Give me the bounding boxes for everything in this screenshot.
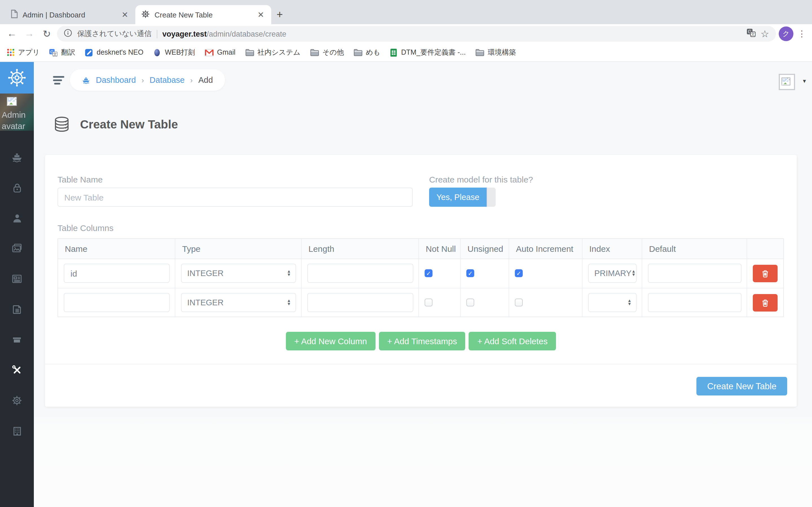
breadcrumb-dashboard[interactable]: Dashboard	[96, 75, 136, 84]
lock-icon	[11, 182, 23, 193]
back-icon[interactable]: ←	[4, 26, 19, 41]
gear-icon	[11, 394, 23, 407]
bookmark-apps[interactable]: アプリ	[7, 48, 40, 57]
forward-icon[interactable]: →	[22, 26, 37, 41]
desknet-icon	[85, 48, 93, 57]
svg-text:文: 文	[53, 52, 57, 56]
unsigned-checkbox[interactable]	[466, 298, 474, 306]
column-type-select[interactable]: INTEGER▲▼	[181, 264, 296, 283]
page-header: Create New Table	[52, 116, 178, 132]
table-actions: + Add New Column + Add Timestamps + Add …	[45, 332, 797, 350]
bookmark-gmail[interactable]: Gmail	[205, 48, 236, 56]
column-default-input[interactable]	[648, 264, 742, 283]
security-status-label: 保護されていない通信	[77, 29, 152, 39]
sphere-icon	[153, 48, 161, 57]
browser-tab-dashboard[interactable]: Admin | Dashboard ✕	[4, 5, 135, 24]
reload-icon[interactable]: ↻	[40, 26, 54, 41]
svg-text:文: 文	[751, 32, 755, 36]
add-timestamps-button[interactable]: + Add Timestamps	[378, 332, 465, 350]
sidebar-item-media[interactable]	[0, 233, 34, 264]
toggle-on-label: Yes, Please	[429, 187, 487, 207]
header-type: Type	[175, 239, 302, 259]
create-new-table-button[interactable]: Create New Table	[696, 377, 787, 395]
boat-icon	[82, 76, 90, 84]
delete-row-button[interactable]	[753, 294, 777, 312]
dropdown-caret-icon[interactable]: ▼	[802, 78, 807, 84]
column-type-select[interactable]: INTEGER▲▼	[181, 293, 296, 312]
breadcrumb-database[interactable]: Database	[150, 75, 185, 84]
voyager-logo[interactable]	[0, 62, 34, 94]
browser-tab-create-table[interactable]: Create New Table ✕	[135, 5, 271, 24]
header-unsigned: Unsigned	[461, 239, 509, 259]
broken-image-icon	[781, 77, 792, 87]
create-model-toggle[interactable]: Yes, Please	[429, 187, 496, 207]
browser-menu-icon[interactable]: ⋮	[796, 29, 808, 39]
chevron-right-icon: ›	[142, 76, 144, 84]
column-length-input[interactable]	[307, 264, 413, 283]
delete-row-button[interactable]	[753, 265, 777, 282]
avatar-alt-text: Admin avatar	[2, 109, 33, 132]
bookmark-star-icon[interactable]: ☆	[761, 28, 769, 40]
voyager-sidebar: Admin avatar	[0, 62, 34, 507]
bookmark-folder-other[interactable]: その他	[310, 48, 344, 57]
bookmark-folder-memo[interactable]: めも	[354, 48, 380, 57]
create-table-panel: Table Name Create model for this table? …	[45, 155, 797, 407]
table-name-input[interactable]	[57, 187, 413, 207]
sidebar-item-posts[interactable]	[0, 264, 34, 294]
breadcrumb-current: Add	[198, 75, 213, 84]
sidebar-item-users[interactable]	[0, 203, 34, 233]
browser-profile-avatar[interactable]: ク	[779, 26, 794, 41]
drawer-icon	[11, 334, 23, 346]
column-row-new: INTEGER▲▼ ▲▼	[58, 288, 783, 317]
column-name-input[interactable]	[64, 293, 170, 312]
main-content: Dashboard › Database › Add ▼ Create New …	[34, 62, 812, 507]
column-length-input[interactable]	[307, 293, 413, 312]
sidebar-item-dashboard[interactable]	[0, 142, 34, 172]
column-row-id: INTEGER▲▼ PRIMARY▲▼	[58, 259, 783, 288]
tab-title: Admin | Dashboard	[22, 10, 116, 19]
bookmark-translate[interactable]: G文 翻訳	[49, 48, 75, 57]
info-icon[interactable]	[64, 29, 72, 39]
header-default: Default	[642, 239, 747, 259]
auto-increment-checkbox[interactable]	[515, 298, 523, 306]
user-avatar-box[interactable]	[779, 74, 795, 90]
create-model-label: Create model for this table?	[429, 175, 533, 184]
bookmark-dtm-sheet[interactable]: DTM_要件定義書 -...	[390, 48, 466, 57]
not-null-checkbox[interactable]	[424, 298, 433, 306]
toggle-knob	[487, 187, 496, 207]
tab-close-icon[interactable]: ✕	[256, 10, 266, 19]
table-columns-label: Table Columns	[57, 223, 113, 233]
sidebar-item-pages[interactable]	[0, 294, 34, 325]
sidebar-item-tools-active[interactable]	[0, 355, 34, 385]
unsigned-checkbox[interactable]	[466, 269, 474, 277]
divider	[157, 30, 157, 38]
column-default-input[interactable]	[648, 293, 742, 312]
bookmark-desknet[interactable]: desknet's NEO	[85, 48, 144, 57]
sidebar-item-categories[interactable]	[0, 325, 34, 355]
new-tab-button[interactable]: +	[271, 6, 288, 23]
sidebar-item-company[interactable]	[0, 416, 34, 446]
auto-increment-checkbox[interactable]	[515, 269, 523, 277]
broken-image-icon	[7, 97, 19, 107]
column-index-select[interactable]: ▲▼	[588, 293, 637, 312]
folder-icon	[245, 48, 254, 56]
not-null-checkbox[interactable]	[424, 269, 433, 277]
sidebar-item-settings[interactable]	[0, 385, 34, 416]
sidebar-item-roles[interactable]	[0, 172, 34, 203]
newspaper-icon	[11, 273, 23, 285]
header-not-null: Not Null	[419, 239, 461, 259]
bookmark-web-dakoku[interactable]: WEB打刻	[153, 48, 195, 57]
tab-close-icon[interactable]: ✕	[120, 10, 130, 19]
bookmark-folder-internal[interactable]: 社内システム	[245, 48, 300, 57]
hamburger-menu-icon[interactable]	[53, 76, 64, 86]
column-name-input[interactable]	[64, 264, 170, 283]
add-soft-deletes-button[interactable]: + Add Soft Deletes	[469, 332, 556, 350]
select-arrows-icon: ▲▼	[631, 270, 636, 277]
address-bar[interactable]: 保護されていない通信 voyager.test/admin/database/c…	[57, 26, 776, 42]
bookmark-folder-env[interactable]: 環境構築	[475, 48, 516, 57]
translate-icon[interactable]: G文	[747, 28, 756, 40]
column-index-select[interactable]: PRIMARY▲▼	[588, 264, 637, 283]
tab-title: Create New Table	[154, 10, 252, 19]
trash-icon	[761, 269, 770, 278]
add-new-column-button[interactable]: + Add New Column	[286, 332, 375, 350]
